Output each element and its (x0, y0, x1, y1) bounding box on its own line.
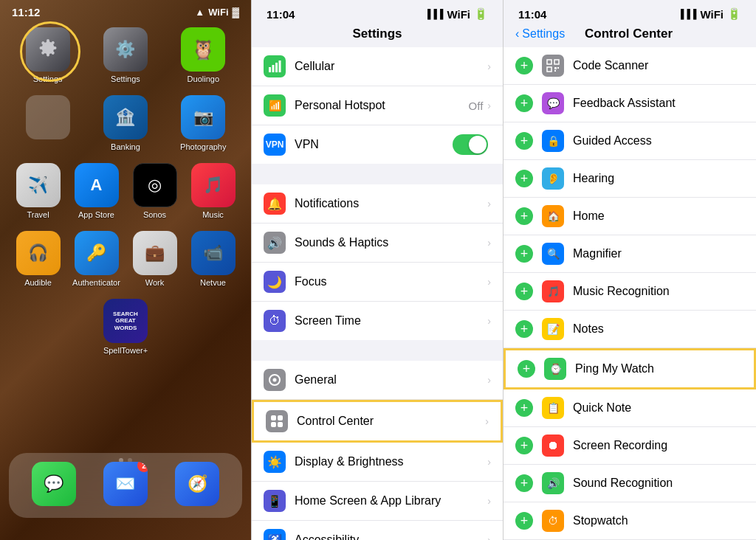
svg-point-6 (273, 378, 277, 382)
dock-mail[interactable]: ✉️ 2 (101, 462, 149, 509)
cc-row-codescanner[interactable]: + Code Scanner (504, 47, 756, 85)
app-item-work[interactable]: 💼 Work (128, 231, 182, 287)
authenticator-glyph: 🔑 (86, 243, 106, 263)
add-codescanner-button[interactable]: + (515, 57, 533, 75)
cc-row-soundrecognition[interactable]: + 🔊 Sound Recognition (504, 465, 756, 502)
cc-row-quicknote[interactable]: + 📋 Quick Note (504, 390, 756, 427)
settings-title: Settings (252, 24, 503, 47)
cc-status-icons: ▐▐▐ WiFi 🔋 (678, 7, 741, 21)
app-item-settings[interactable]: Settings (21, 27, 75, 83)
cc-row-magnifier[interactable]: + 🔍 Magnifier (504, 235, 756, 273)
app-item-photography[interactable]: 📷 Photography (176, 95, 230, 151)
settings-row-sounds[interactable]: 🔊 Sounds & Haptics › (252, 224, 503, 263)
controlcenter-icon (266, 410, 288, 432)
home-icon: 🏠 (542, 205, 564, 227)
svg-rect-2 (272, 65, 275, 72)
focus-icon: 🌙 (264, 271, 286, 293)
app-item-banking[interactable]: 🏦 Banking (99, 95, 152, 151)
app-item-authenticator[interactable]: 🔑 Authenticator (70, 231, 123, 287)
mail-icon[interactable]: ✉️ 2 (103, 462, 148, 506)
netvue-icon[interactable]: 📹 (191, 231, 236, 275)
add-magnifier-button[interactable]: + (515, 245, 533, 263)
authenticator-icon[interactable]: 🔑 (75, 231, 119, 275)
settings-highlight-circle (26, 27, 70, 75)
settings-row-display[interactable]: ☀️ Display & Brightness › (252, 443, 503, 482)
settings-row-screentime[interactable]: ⏱ Screen Time › (252, 302, 503, 340)
cc-row-hearing[interactable]: + 👂 Hearing (504, 160, 756, 198)
hotspot-value: Off (469, 100, 484, 112)
add-musicrecognition-button[interactable]: + (515, 283, 533, 300)
add-quicknote-button[interactable]: + (515, 399, 533, 417)
app-item-appstore[interactable]: A App Store (70, 163, 123, 219)
settings-icon[interactable] (26, 27, 70, 72)
cc-row-notes[interactable]: + 📝 Notes (504, 311, 756, 348)
general-icon (264, 369, 286, 391)
screentime-icon: ⏱ (264, 310, 286, 332)
app-item-music[interactable]: 🎵 Music (187, 163, 240, 219)
banking-icon[interactable]: 🏦 (103, 95, 148, 139)
settings2-icon[interactable]: ⚙️ (103, 27, 148, 72)
hearing-label: Hearing (573, 172, 744, 185)
photography-label: Photography (180, 142, 226, 151)
dock-safari[interactable]: 🧭 (173, 462, 221, 509)
cc-row-stopwatch[interactable]: + ⏱ Stopwatch (504, 502, 756, 540)
homescreen-label: Home Screen & App Library (295, 494, 487, 508)
battery-icon: ▓ (233, 7, 239, 18)
cc-row-feedback[interactable]: + 💬 Feedback Assistant (504, 85, 756, 122)
app-item-audible[interactable]: 🎧 Audible (12, 231, 65, 287)
spelltower-icon[interactable]: SEARCHGREATWORDS (103, 299, 148, 343)
add-guidedaccess-button[interactable]: + (515, 132, 533, 150)
settings-row-vpn[interactable]: VPN VPN (252, 125, 503, 164)
cc-row-musicrecognition[interactable]: + 🎵 Music Recognition (504, 273, 756, 311)
pingwatch-label: Ping My Watch (575, 362, 742, 375)
svg-point-0 (44, 46, 52, 53)
settings-row-hotspot[interactable]: 📶 Personal Hotspot Off › (252, 86, 503, 125)
audible-icon[interactable]: 🎧 (16, 231, 61, 275)
music-icon[interactable]: 🎵 (191, 163, 236, 207)
cc-row-guidedaccess[interactable]: + 🔒 Guided Access (504, 122, 756, 160)
cc-back-button[interactable]: ‹ Settings (515, 27, 565, 41)
cc-row-home[interactable]: + 🏠 Home (504, 198, 756, 235)
add-pingwatch-button[interactable]: + (518, 360, 535, 378)
cc-row-pingwatch[interactable]: + ⌚ Ping My Watch (504, 348, 756, 390)
cc-row-screenrecording[interactable]: + ⏺ Screen Recording (504, 427, 756, 465)
travel-icon[interactable]: ✈️ (16, 163, 61, 207)
work-icon[interactable]: 💼 (133, 231, 177, 275)
app-item-spelltower[interactable]: SEARCHGREATWORDS SpellTower+ (99, 299, 152, 355)
dock-messages[interactable]: 💬 (30, 462, 78, 509)
safari-icon[interactable]: 🧭 (175, 462, 219, 506)
settings-row-general[interactable]: General › (252, 361, 503, 400)
settings-row-accessibility[interactable]: ♿ Accessibility › (252, 521, 503, 540)
settings-section-prefs: 🔔 Notifications › 🔊 Sounds & Haptics › 🌙… (252, 184, 503, 340)
photography-icon[interactable]: 📷 (181, 95, 225, 139)
settings-row-controlcenter[interactable]: Control Center › (252, 400, 503, 443)
app-item-duolingo[interactable]: 🦉 Duolingo (176, 27, 230, 83)
add-screenrecording-button[interactable]: + (515, 437, 533, 454)
home-app-grid: Settings ⚙️ Settings 🦉 Duolingo (0, 27, 251, 355)
duolingo-icon[interactable]: 🦉 (181, 27, 225, 72)
add-hearing-button[interactable]: + (515, 170, 533, 187)
focus-chevron: › (487, 276, 491, 288)
appstore-icon[interactable]: A (75, 163, 119, 207)
cc-title: Control Center (585, 27, 673, 41)
app-item-settings2[interactable]: ⚙️ Settings (99, 27, 152, 83)
settings-row-cellular[interactable]: Cellular › (252, 47, 503, 86)
settings-row-homescreen[interactable]: 📱 Home Screen & App Library › (252, 482, 503, 521)
vpn-toggle[interactable] (453, 134, 488, 155)
add-soundrecognition-button[interactable]: + (515, 474, 533, 492)
svg-rect-8 (278, 415, 283, 420)
app-item-travel[interactable]: ✈️ Travel (12, 163, 65, 219)
music-label: Music (202, 210, 224, 219)
messages-icon[interactable]: 💬 (32, 462, 76, 506)
app-item-netvue[interactable]: 📹 Netvue (187, 231, 240, 287)
app-item-sonos[interactable]: ◎ Sonos (128, 163, 182, 219)
add-feedback-button[interactable]: + (515, 94, 533, 112)
svg-rect-7 (271, 415, 276, 420)
settings-row-notifications[interactable]: 🔔 Notifications › (252, 184, 503, 224)
sonos-icon[interactable]: ◎ (133, 163, 177, 207)
add-stopwatch-button[interactable]: + (515, 512, 533, 530)
settings-row-focus[interactable]: 🌙 Focus › (252, 263, 503, 302)
accessibility-label: Accessibility (295, 533, 487, 540)
add-home-button[interactable]: + (515, 207, 533, 225)
add-notes-button[interactable]: + (515, 320, 533, 338)
